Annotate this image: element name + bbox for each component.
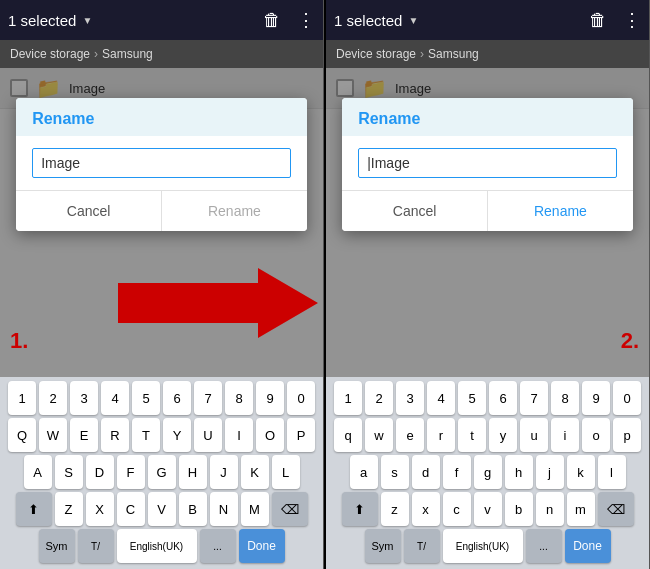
key-H-left[interactable]: H: [179, 455, 207, 489]
key-m-right[interactable]: m: [567, 492, 595, 526]
key-P-left[interactable]: P: [287, 418, 315, 452]
key-A-left[interactable]: A: [24, 455, 52, 489]
key-W-left[interactable]: W: [39, 418, 67, 452]
key-J-left[interactable]: J: [210, 455, 238, 489]
more-icon-left[interactable]: ⋮: [297, 9, 315, 31]
key-B-left[interactable]: B: [179, 492, 207, 526]
key-2-right[interactable]: 2: [365, 381, 393, 415]
key-O-left[interactable]: O: [256, 418, 284, 452]
key-T-left[interactable]: T: [132, 418, 160, 452]
key-s-right[interactable]: s: [381, 455, 409, 489]
key-7-left[interactable]: 7: [194, 381, 222, 415]
key-Z-left[interactable]: Z: [55, 492, 83, 526]
key-7-right[interactable]: 7: [520, 381, 548, 415]
lang-key-left[interactable]: English(UK): [117, 529, 197, 563]
key-G-left[interactable]: G: [148, 455, 176, 489]
key-g-right[interactable]: g: [474, 455, 502, 489]
key-3-left[interactable]: 3: [70, 381, 98, 415]
key-F-left[interactable]: F: [117, 455, 145, 489]
shift-key-left[interactable]: ⬆: [16, 492, 52, 526]
key-C-left[interactable]: C: [117, 492, 145, 526]
key-o-right[interactable]: o: [582, 418, 610, 452]
key-9-left[interactable]: 9: [256, 381, 284, 415]
backspace-key-left[interactable]: ⌫: [272, 492, 308, 526]
key-4-left[interactable]: 4: [101, 381, 129, 415]
sym-key-left[interactable]: Sym: [39, 529, 75, 563]
key-w-right[interactable]: w: [365, 418, 393, 452]
key-t-right[interactable]: t: [458, 418, 486, 452]
key-1-right[interactable]: 1: [334, 381, 362, 415]
key-3-right[interactable]: 3: [396, 381, 424, 415]
key-K-left[interactable]: K: [241, 455, 269, 489]
key-d-right[interactable]: d: [412, 455, 440, 489]
top-bar-icons-right: 🗑 ⋮: [589, 9, 641, 31]
key-r-right[interactable]: r: [427, 418, 455, 452]
key-V-left[interactable]: V: [148, 492, 176, 526]
t-slash-key-right[interactable]: T/: [404, 529, 440, 563]
key-5-left[interactable]: 5: [132, 381, 160, 415]
key-i-right[interactable]: i: [551, 418, 579, 452]
rename-input-right[interactable]: [358, 148, 617, 178]
key-U-left[interactable]: U: [194, 418, 222, 452]
key-c-right[interactable]: c: [443, 492, 471, 526]
rename-input-left[interactable]: [32, 148, 291, 178]
key-y-right[interactable]: y: [489, 418, 517, 452]
key-N-left[interactable]: N: [210, 492, 238, 526]
done-key-right[interactable]: Done: [565, 529, 611, 563]
dots-key-left[interactable]: ...: [200, 529, 236, 563]
key-D-left[interactable]: D: [86, 455, 114, 489]
key-M-left[interactable]: M: [241, 492, 269, 526]
key-u-right[interactable]: u: [520, 418, 548, 452]
key-a-right[interactable]: a: [350, 455, 378, 489]
lang-key-right[interactable]: English(UK): [443, 529, 523, 563]
sym-key-right[interactable]: Sym: [365, 529, 401, 563]
key-0-right[interactable]: 0: [613, 381, 641, 415]
key-E-left[interactable]: E: [70, 418, 98, 452]
key-8-left[interactable]: 8: [225, 381, 253, 415]
key-p-right[interactable]: p: [613, 418, 641, 452]
done-key-left[interactable]: Done: [239, 529, 285, 563]
cancel-button-right[interactable]: Cancel: [342, 191, 488, 231]
key-0-left[interactable]: 0: [287, 381, 315, 415]
key-4-right[interactable]: 4: [427, 381, 455, 415]
key-6-left[interactable]: 6: [163, 381, 191, 415]
key-k-right[interactable]: k: [567, 455, 595, 489]
key-e-right[interactable]: e: [396, 418, 424, 452]
delete-icon-right[interactable]: 🗑: [589, 10, 607, 31]
cancel-button-left[interactable]: Cancel: [16, 191, 162, 231]
key-R-left[interactable]: R: [101, 418, 129, 452]
top-bar-icons-left: 🗑 ⋮: [263, 9, 315, 31]
more-icon-right[interactable]: ⋮: [623, 9, 641, 31]
key-5-right[interactable]: 5: [458, 381, 486, 415]
key-Y-left[interactable]: Y: [163, 418, 191, 452]
key-v-right[interactable]: v: [474, 492, 502, 526]
key-L-left[interactable]: L: [272, 455, 300, 489]
key-z-right[interactable]: z: [381, 492, 409, 526]
key-b-right[interactable]: b: [505, 492, 533, 526]
key-6-right[interactable]: 6: [489, 381, 517, 415]
step-label-right: 2.: [621, 328, 639, 354]
key-x-right[interactable]: x: [412, 492, 440, 526]
shift-key-right[interactable]: ⬆: [342, 492, 378, 526]
key-j-right[interactable]: j: [536, 455, 564, 489]
key-Q-left[interactable]: Q: [8, 418, 36, 452]
backspace-key-right[interactable]: ⌫: [598, 492, 634, 526]
key-I-left[interactable]: I: [225, 418, 253, 452]
key-1-left[interactable]: 1: [8, 381, 36, 415]
dots-key-right[interactable]: ...: [526, 529, 562, 563]
key-q-right[interactable]: q: [334, 418, 362, 452]
rename-button-right[interactable]: Rename: [488, 191, 633, 231]
key-h-right[interactable]: h: [505, 455, 533, 489]
rename-button-left[interactable]: Rename: [162, 191, 307, 231]
key-8-right[interactable]: 8: [551, 381, 579, 415]
breadcrumb-part-2-left: Samsung: [102, 47, 153, 61]
key-9-right[interactable]: 9: [582, 381, 610, 415]
key-l-right[interactable]: l: [598, 455, 626, 489]
delete-icon-left[interactable]: 🗑: [263, 10, 281, 31]
key-2-left[interactable]: 2: [39, 381, 67, 415]
t-slash-key-left[interactable]: T/: [78, 529, 114, 563]
key-n-right[interactable]: n: [536, 492, 564, 526]
key-S-left[interactable]: S: [55, 455, 83, 489]
key-X-left[interactable]: X: [86, 492, 114, 526]
key-f-right[interactable]: f: [443, 455, 471, 489]
